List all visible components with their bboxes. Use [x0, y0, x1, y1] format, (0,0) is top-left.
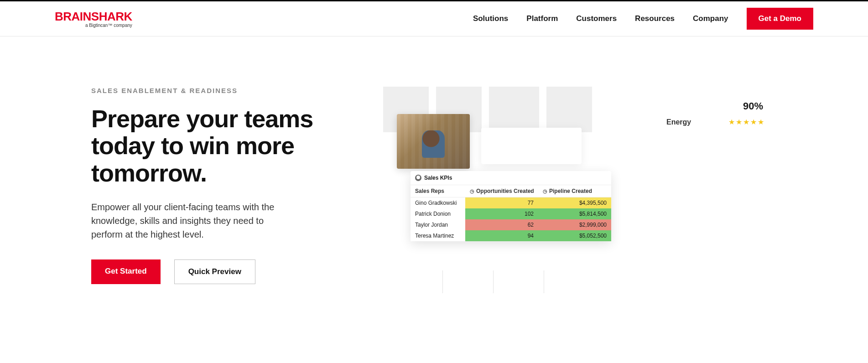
hero-cta-row: Get Started Quick Preview — [91, 259, 347, 284]
hero-content: SALES ENABLEMENT & READINESS Prepare you… — [91, 87, 347, 284]
nav-platform[interactable]: Platform — [526, 14, 558, 23]
pipe-cell: $4,395,500 — [538, 197, 611, 208]
logo-tagline: a Bigtincan™ company — [85, 23, 132, 28]
nav-company[interactable]: Company — [693, 14, 728, 23]
pipe-cell: $5,814,500 — [538, 208, 611, 219]
get-demo-button[interactable]: Get a Demo — [747, 8, 813, 30]
opps-cell: 62 — [465, 219, 538, 230]
clock-icon — [470, 188, 474, 194]
get-started-button[interactable]: Get Started — [91, 259, 161, 284]
table-row: Patrick Donion102$5,814,500 — [411, 208, 611, 219]
clock-icon — [543, 188, 547, 194]
table-row: Gino Gradkowski77$4,395,500 — [411, 197, 611, 208]
rep-name: Patrick Donion — [411, 208, 465, 219]
person-icon — [415, 175, 421, 181]
nav-resources[interactable]: Resources — [635, 14, 675, 23]
rep-name: Teresa Martinez — [411, 230, 465, 241]
vline — [493, 270, 494, 293]
logo[interactable]: BRAINSHARK a Bigtincan™ company — [55, 10, 132, 28]
kpi-col-pipe: Pipeline Created — [543, 188, 616, 194]
rep-name: Gino Gradkowski — [411, 197, 465, 208]
star-icon: ★ — [736, 118, 742, 126]
opps-cell: 102 — [465, 208, 538, 219]
star-icon: ★ — [743, 118, 749, 126]
hero-eyebrow: SALES ENABLEMENT & READINESS — [91, 87, 347, 94]
bg-vertical-lines — [442, 270, 544, 293]
hero-illustration: 90% Energy ★ ★ ★ ★ ★ Sales KPIs Sales Re… — [383, 87, 777, 284]
score-card: 90% Energy ★ ★ ★ ★ ★ — [663, 100, 768, 128]
opps-cell: 94 — [465, 230, 538, 241]
table-row: Teresa Martinez94$5,052,500 — [411, 230, 611, 241]
star-rating: ★ ★ ★ ★ ★ — [728, 118, 764, 126]
quick-preview-button[interactable]: Quick Preview — [174, 259, 255, 284]
star-icon: ★ — [758, 118, 764, 126]
main-nav: Solutions Platform Customers Resources C… — [473, 8, 813, 30]
score-metric-row: Energy ★ ★ ★ ★ ★ — [663, 116, 768, 128]
nav-customers[interactable]: Customers — [576, 14, 617, 23]
hero-section: SALES ENABLEMENT & READINESS Prepare you… — [0, 36, 868, 311]
score-percentage: 90% — [663, 100, 768, 112]
opps-cell: 77 — [465, 197, 538, 208]
pipe-cell: $2,999,000 — [538, 219, 611, 230]
rep-name: Taylor Jordan — [411, 219, 465, 230]
star-icon: ★ — [750, 118, 757, 126]
logo-text: BRAINSHARK — [55, 10, 132, 24]
bg-box — [546, 87, 592, 132]
kpi-col-opps: Opportunities Created — [470, 188, 543, 194]
kpi-title-row: Sales KPIs — [411, 171, 611, 185]
kpi-col-reps: Sales Reps — [415, 188, 470, 194]
table-row: Taylor Jordan62$2,999,000 — [411, 219, 611, 230]
kpi-title: Sales KPIs — [424, 175, 452, 181]
sales-kpi-card: Sales KPIs Sales Reps Opportunities Crea… — [411, 171, 611, 241]
site-header: BRAINSHARK a Bigtincan™ company Solution… — [0, 1, 868, 36]
kpi-header-row: Sales Reps Opportunities Created Pipelin… — [411, 185, 611, 197]
vline — [442, 270, 443, 293]
hero-subcopy: Empower all your client-facing teams wit… — [91, 200, 292, 241]
white-overlay-panel — [481, 128, 582, 164]
nav-solutions[interactable]: Solutions — [473, 14, 508, 23]
bg-box — [489, 87, 539, 132]
metric-label: Energy — [666, 118, 691, 126]
star-icon: ★ — [728, 118, 735, 126]
hero-headline: Prepare your teams today to win more tom… — [91, 105, 347, 187]
presenter-photo — [397, 114, 470, 169]
pipe-cell: $5,052,500 — [538, 230, 611, 241]
vline — [544, 270, 544, 293]
